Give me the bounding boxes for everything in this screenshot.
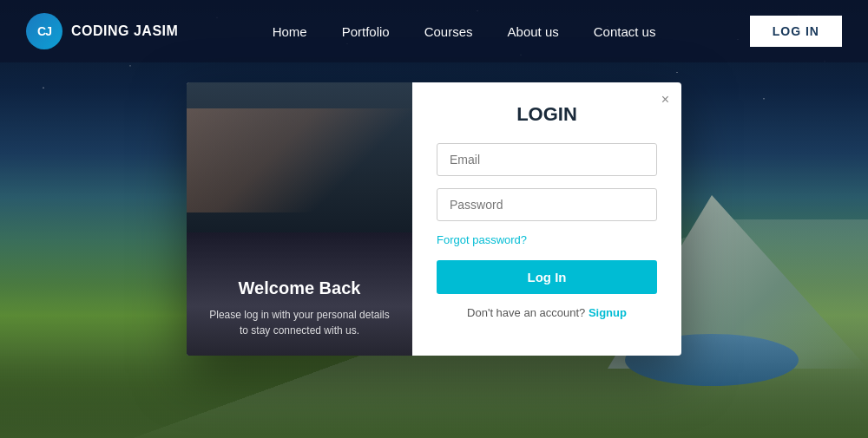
welcome-title: Welcome Back <box>204 278 395 298</box>
signup-link[interactable]: Signup <box>589 306 627 319</box>
login-submit-button[interactable]: Log In <box>437 260 657 294</box>
close-button[interactable]: × <box>661 93 669 107</box>
login-modal: Welcome Back Please log in with your per… <box>187 82 681 356</box>
welcome-subtitle: Please log in with your personal details… <box>204 307 395 338</box>
password-input[interactable] <box>437 188 657 221</box>
modal-title: LOGIN <box>437 103 657 126</box>
email-input[interactable] <box>437 143 657 176</box>
modal-left-panel: Welcome Back Please log in with your per… <box>187 82 412 356</box>
forgot-password-link[interactable]: Forgot password? <box>437 233 657 246</box>
modal-left-content: Welcome Back Please log in with your per… <box>204 278 395 338</box>
modal-right-panel: × LOGIN Forgot password? Log In Don't ha… <box>412 82 681 356</box>
hands-overlay <box>187 108 412 212</box>
signup-prompt: Don't have an account? Signup <box>437 306 657 319</box>
modal-overlay: Welcome Back Please log in with your per… <box>0 0 868 438</box>
